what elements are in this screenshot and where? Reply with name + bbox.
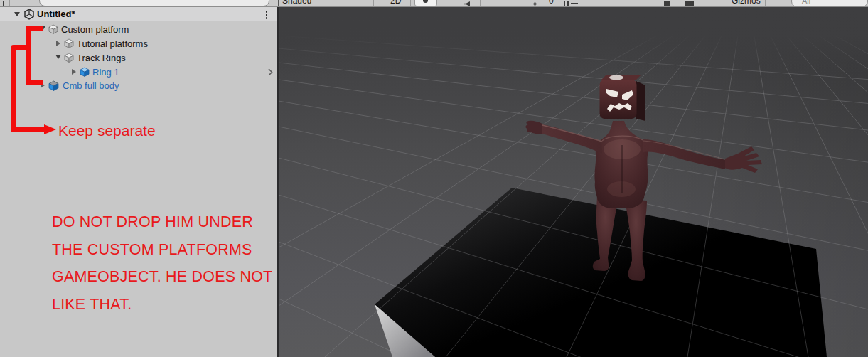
- item-label: Ring 1: [92, 67, 119, 78]
- hierarchy-panel: Untitled* Custom platform Tutorial platf…: [0, 7, 277, 357]
- expander-icon[interactable]: [56, 41, 60, 46]
- toolbar-separator: [9, 0, 10, 6]
- toolbar-separator: [373, 0, 374, 6]
- gameobject-cube-icon: [64, 53, 74, 63]
- expander-icon[interactable]: [72, 69, 76, 75]
- sun-icon: [423, 0, 428, 3]
- expander-icon[interactable]: [41, 82, 45, 88]
- audio-icon[interactable]: [464, 1, 470, 6]
- scene-search-input[interactable]: All: [791, 0, 868, 7]
- prefab-cube-icon: [80, 67, 90, 77]
- scene-title: Untitled*: [37, 9, 75, 19]
- grid-icon: [571, 3, 578, 4]
- gameobject-cube-icon: [64, 38, 74, 48]
- model-prefab-icon: [48, 80, 59, 91]
- effects-count: 0: [549, 0, 554, 5]
- toolbar-separator: [278, 0, 279, 6]
- gizmos-dropdown[interactable]: Gizmos: [732, 0, 761, 5]
- item-label: Track Rings: [77, 53, 126, 63]
- hierarchy-row-ring-1[interactable]: Ring 1: [0, 65, 277, 79]
- effects-icon[interactable]: [532, 1, 538, 7]
- toolbar-separator: [765, 0, 766, 6]
- scene-lighting-button[interactable]: [414, 0, 437, 6]
- toolbar-separator: [410, 0, 411, 6]
- chevron-right-icon[interactable]: [268, 68, 273, 76]
- item-label: Tutorial platforms: [77, 38, 148, 49]
- hierarchy-row-cmb-full-body[interactable]: Cmb full body: [0, 78, 277, 92]
- hierarchy-row-tutorial-platforms[interactable]: Tutorial platforms: [0, 36, 277, 50]
- hierarchy-row-track-rings[interactable]: Track Rings: [0, 50, 277, 65]
- layers-icon[interactable]: [685, 1, 694, 6]
- toolbar-separator: [387, 0, 387, 6]
- expander-icon[interactable]: [55, 55, 61, 59]
- camera-icon[interactable]: [664, 1, 670, 6]
- gameobject-cube-icon: [48, 24, 58, 34]
- kebab-menu-icon[interactable]: [266, 11, 268, 13]
- plus-icon[interactable]: [3, 1, 4, 6]
- panel-divider[interactable]: [277, 7, 279, 357]
- unity-editor-window: Shaded 2D 0 Gizmos All Unti: [0, 0, 868, 357]
- grid-icon: [567, 1, 569, 6]
- scene-header-row[interactable]: Untitled*: [0, 7, 277, 21]
- expander-icon[interactable]: [40, 26, 45, 31]
- horizon-fade: [279, 7, 868, 75]
- scene-view-toolbar: Shaded 2D 0 Gizmos All: [0, 0, 868, 7]
- head-top-highlight: [609, 75, 623, 80]
- unity-scene-icon: [23, 9, 35, 20]
- toolbar-separator: [480, 0, 481, 6]
- grid-icon[interactable]: [564, 1, 565, 6]
- scene-search-value: All: [802, 0, 810, 5]
- shading-mode-dropdown[interactable]: Shaded: [282, 0, 311, 5]
- 2d-toggle-button[interactable]: 2D: [390, 0, 401, 5]
- item-label: Custom platform: [61, 24, 129, 35]
- hierarchy-row-custom-platform[interactable]: Custom platform: [0, 22, 277, 36]
- expander-icon[interactable]: [14, 12, 20, 16]
- item-label: Cmb full body: [63, 80, 119, 91]
- scene-viewport[interactable]: [279, 7, 868, 357]
- hierarchy-search-input[interactable]: [39, 0, 269, 6]
